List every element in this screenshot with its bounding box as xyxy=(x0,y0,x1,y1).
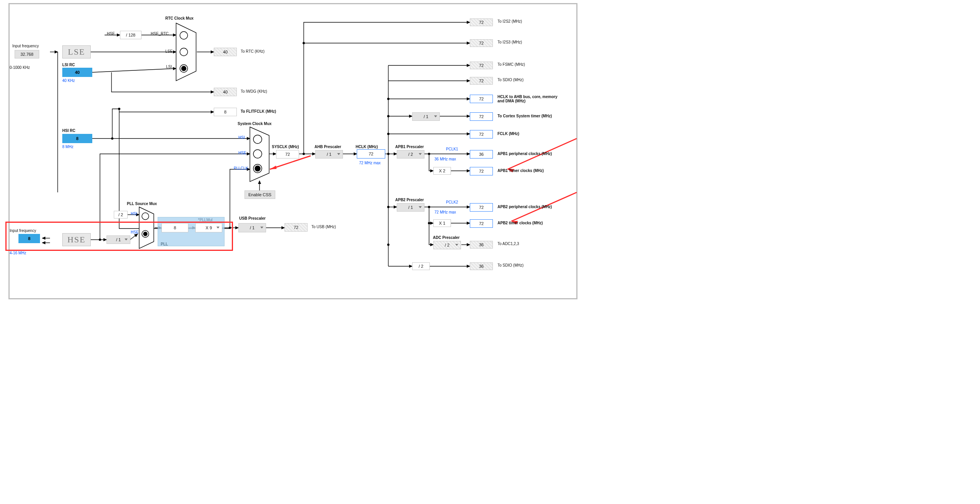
enable-css-button[interactable]: Enable CSS xyxy=(245,190,275,199)
svg-point-4 xyxy=(303,153,305,155)
to-sdio-label: To SDIO (MHz) xyxy=(497,78,524,82)
to-iwdg-label: To IWDG (KHz) xyxy=(241,89,267,93)
input-freq-1-range: 0-1000 KHz xyxy=(10,65,30,70)
input-freq-2-value[interactable]: 8 xyxy=(18,234,40,243)
pll-input-value[interactable]: 8 xyxy=(161,223,188,232)
lsi-rc-label: LSI RC xyxy=(62,63,75,67)
div128-box: / 128 xyxy=(120,31,141,39)
apb2-div-select[interactable]: / 1 xyxy=(397,203,424,212)
rtc-mux-label: RTC Clock Mux xyxy=(165,16,193,20)
pllmul-tag: *PLLMul xyxy=(198,218,213,222)
sysclk-value[interactable]: 72 xyxy=(276,150,299,159)
hsi-value[interactable]: 8 xyxy=(62,134,92,143)
chevron-down-icon xyxy=(419,153,422,155)
out-apb1-periph[interactable]: 36 xyxy=(470,150,493,159)
svg-point-1 xyxy=(118,108,120,110)
apb2-div-value: / 1 xyxy=(408,205,413,210)
apb1-mult-box: X 2 xyxy=(433,167,451,175)
to-sdio2-label: To SDIO (MHz) xyxy=(497,263,524,267)
out-fsmc: 72 xyxy=(470,62,493,69)
usb-div-select[interactable]: / 1 xyxy=(238,223,266,232)
hsi-hint: 8 MHz xyxy=(62,145,73,149)
pclk2-label: PCLK2 xyxy=(446,200,458,204)
hclk-out-label: HCLK to AHB bus, core, memory and DMA (M… xyxy=(497,95,559,103)
svg-point-11 xyxy=(387,244,389,246)
out-hclk[interactable]: 72 xyxy=(470,95,493,103)
hclk-max: 72 MHz max xyxy=(359,161,381,165)
to-flit-label: To FLITFCLK (MHz) xyxy=(241,109,276,113)
svg-point-5 xyxy=(303,42,305,44)
apb1-timer-label: APB1 Timer clocks (MHz) xyxy=(497,169,544,173)
to-i2s2-label: To I2S2 (MHz) xyxy=(497,19,522,23)
apb1-prescaler-label: APB1 Prescaler xyxy=(395,145,424,149)
chevron-down-icon xyxy=(434,115,437,117)
out-sdio2: 36 xyxy=(470,262,493,270)
rtc-out: 40 xyxy=(214,48,237,56)
ahb-div-select[interactable]: / 1 xyxy=(315,150,343,159)
fclk-label: FCLK (MHz) xyxy=(497,132,519,136)
hclk-label: HCLK (MHz) xyxy=(356,145,378,149)
hsi-pllsrc-label: HSI xyxy=(131,212,137,216)
input-freq-1-label: Input frequency xyxy=(12,44,39,48)
svg-point-0 xyxy=(111,137,113,140)
usb-out: 72 xyxy=(285,223,308,232)
out-adc: 36 xyxy=(470,241,493,249)
apb1-div-value: / 2 xyxy=(408,152,413,157)
hsi-rc-label: HSI RC xyxy=(62,129,75,133)
lsi-hint: 40 KHz xyxy=(62,78,75,83)
ahb-div-value: / 1 xyxy=(327,152,331,157)
input-freq-2-range: 4-16 MHz xyxy=(10,251,26,255)
lsi-line-label: LSI xyxy=(166,65,172,69)
out-cortex[interactable]: 72 xyxy=(470,112,493,121)
svg-point-13 xyxy=(428,206,430,208)
out-apb2-timer[interactable]: 72 xyxy=(470,219,493,228)
cortex-div-select[interactable]: / 1 xyxy=(412,112,440,121)
ahb-prescaler-label: AHB Prescaler xyxy=(314,145,341,149)
out-apb1-timer[interactable]: 72 xyxy=(470,167,493,175)
lse-source: LSE xyxy=(62,45,91,58)
out-sdio: 72 xyxy=(470,77,493,85)
hse-div-select[interactable]: / 1 xyxy=(106,235,130,244)
pclk2-max: 72 MHz max xyxy=(434,210,456,214)
to-adc-label: To ADC1,2,3 xyxy=(497,242,519,246)
chevron-down-icon xyxy=(455,244,458,246)
svg-point-25 xyxy=(255,166,260,171)
apb2-periph-label: APB2 peripheral clocks (MHz) xyxy=(497,205,552,209)
out-i2s2: 72 xyxy=(470,18,493,26)
apb2-prescaler-label: APB2 Prescaler xyxy=(395,198,424,202)
chevron-down-icon xyxy=(419,206,422,208)
apb2-mult-box: X 1 xyxy=(433,219,451,227)
sys-hsi-label: HSI xyxy=(238,135,245,140)
out-fclk[interactable]: 72 xyxy=(470,130,493,139)
chevron-down-icon xyxy=(337,153,340,155)
apb1-div-select[interactable]: / 2 xyxy=(397,150,424,159)
sys-pllclk-label: PLLCLK xyxy=(234,166,248,170)
lsi-value[interactable]: 40 xyxy=(62,68,92,77)
sys-mux-label: System Clock Mux xyxy=(238,122,271,126)
sdio-div-box: / 2 xyxy=(412,262,430,270)
svg-point-21 xyxy=(143,232,147,236)
to-rtc-label: To RTC (KHz) xyxy=(241,49,265,53)
hclk-value[interactable]: 72 xyxy=(357,149,385,159)
svg-point-14 xyxy=(428,222,430,224)
lse-line-label: LSE xyxy=(165,49,173,53)
input-freq-1-value[interactable]: 32.768 xyxy=(15,50,39,58)
out-apb2-periph[interactable]: 72 xyxy=(470,203,493,212)
chevron-down-icon xyxy=(260,227,263,229)
pll-mul-select[interactable]: X 9 xyxy=(195,223,222,232)
clock-tree-diagram: Input frequency 32.768 0-1000 KHz LSE LS… xyxy=(0,0,588,302)
hse-pllsrc-label: HSE xyxy=(131,230,139,234)
hse-div-value: / 1 xyxy=(116,237,121,242)
sys-hse-label: HSE xyxy=(238,151,246,155)
chevron-down-icon xyxy=(216,227,220,229)
svg-point-2 xyxy=(99,239,101,241)
adc-div-select[interactable]: / 2 xyxy=(433,241,461,249)
svg-point-12 xyxy=(428,153,430,155)
to-fsmc-label: To FSMC (MHz) xyxy=(497,62,525,67)
adc-prescaler-label: ADC Prescaler xyxy=(433,235,459,240)
sysclk-label: SYSCLK (MHz) xyxy=(272,145,299,149)
svg-point-18 xyxy=(181,66,186,71)
pll-src-mux-label: PLL Source Mux xyxy=(127,202,157,206)
adc-div-value: / 2 xyxy=(445,243,449,247)
cortex-div-value: / 1 xyxy=(424,114,428,119)
